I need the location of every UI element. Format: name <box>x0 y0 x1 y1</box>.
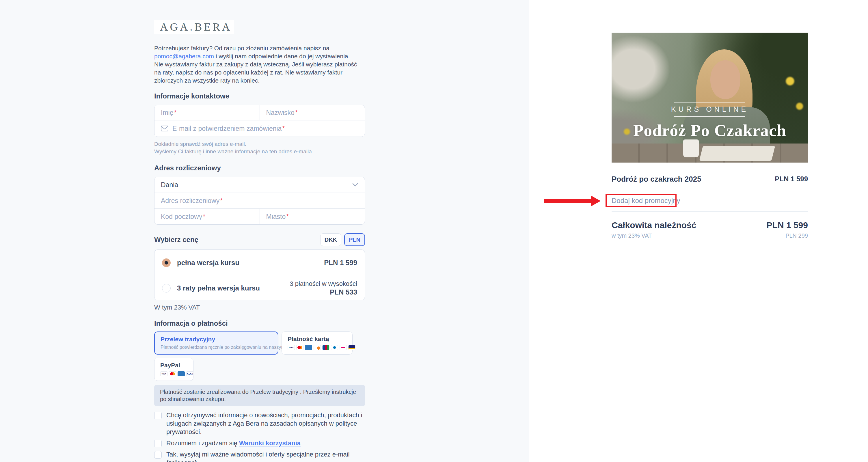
photo-flower <box>785 76 795 86</box>
terms-link[interactable]: Warunki korzystania <box>239 439 301 447</box>
currency-toggle: DKK PLN <box>320 233 365 246</box>
dankort-icon <box>340 345 347 350</box>
card-brand-icons: VISAPayPal <box>160 371 187 376</box>
consent-row-terms: Rozumiem i zgadzam się Warunki korzystan… <box>154 439 365 447</box>
last-name-placeholder: Nazwisko <box>266 109 294 117</box>
envelope-icon <box>161 126 168 131</box>
payment-method-card[interactable]: Płatność kartą VISA <box>282 332 352 355</box>
currency-pln-button[interactable]: PLN <box>344 233 365 246</box>
brand-logo: AGA.BERA <box>154 20 234 34</box>
product-price: PLN 1 599 <box>775 175 808 183</box>
chevron-down-icon <box>352 183 358 187</box>
consent-recommended: (zalecane) <box>166 459 197 462</box>
country-select-value: Dania <box>161 181 178 189</box>
payment-methods: Przelew tradycyjny Płatność potwierdzana… <box>154 332 368 381</box>
visa-icon: VISA <box>288 345 295 350</box>
email-hint-2: Wyślemy Ci fakturę i inne ważne informac… <box>154 148 313 154</box>
total-row: Całkowita należność PLN 1 599 <box>612 220 808 230</box>
payment-method-paypal[interactable]: PayPal VISAPayPal <box>154 358 193 381</box>
contact-field-group: Imię* Nazwisko* E-mail z potwierdzeniem … <box>154 105 365 137</box>
product-image-overlay: KURS ONLINE Podróż Po Czakrach <box>612 102 808 140</box>
payment-method-title: Przelew tradycyjny <box>160 336 272 343</box>
overlay-course-title: Podróż Po Czakrach <box>612 121 808 140</box>
payment-method-description: Płatność potwierdzana ręcznie po zaksięg… <box>160 345 272 350</box>
country-select[interactable]: Dania <box>154 177 365 193</box>
vat-value: PLN 299 <box>785 233 808 239</box>
consent-label: Rozumiem i zgadzam się <box>166 439 239 447</box>
price-option-price: PLN 533 <box>290 288 357 296</box>
terms-checkbox[interactable] <box>154 440 162 447</box>
annotation-highlight-box <box>606 194 677 207</box>
diners-club-icon <box>331 345 338 350</box>
required-asterisk: * <box>220 197 223 205</box>
photo-woman-face <box>710 60 740 99</box>
price-option-full[interactable]: pełna wersja kursu PLN 1 599 <box>154 250 365 276</box>
checkout-form-panel: AGA.BERA Potrzebujesz faktury? Od razu p… <box>0 0 529 462</box>
vat-note: W tym 23% VAT <box>154 304 365 311</box>
overlay-eyebrow: KURS ONLINE <box>612 105 808 114</box>
invoice-note-text-3: Nie wystawiamy faktur za zakupy z datą w… <box>154 61 357 84</box>
price-options: pełna wersja kursu PLN 1 599 3 raty pełn… <box>154 249 365 300</box>
support-email-link[interactable]: pomoc@agabera.com <box>154 53 214 60</box>
checkout-form: AGA.BERA Potrzebujesz faktury? Od razu p… <box>154 20 365 462</box>
email-hint-1: Dokładnie sprawdź swój adres e-mail. <box>154 141 246 147</box>
price-option-price: PLN 1 599 <box>324 259 357 267</box>
overlay-divider-top <box>674 102 745 102</box>
card-brand-icons: VISA <box>288 345 346 350</box>
email-input[interactable]: E-mail z potwierdzeniem zamówienia* <box>154 120 365 136</box>
consent-row-marketing: Chcę otrzymywać informacje o nowościach,… <box>154 411 365 436</box>
radio-selected-icon[interactable] <box>162 258 170 267</box>
installments-note: 3 płatności w wysokości <box>290 280 357 287</box>
vat-row: w tym 23% VAT PLN 299 <box>612 233 808 239</box>
invoice-note-text-1: Potrzebujesz faktury? Od razu po złożeni… <box>154 45 330 52</box>
total-value: PLN 1 599 <box>767 220 808 230</box>
contact-section-heading: Informacje kontaktowe <box>154 92 365 100</box>
currency-dkk-button[interactable]: DKK <box>320 233 341 246</box>
billing-field-group: Dania Adres rozliczeniowy* Kod pocztowy*… <box>154 177 365 225</box>
overlay-divider-bottom <box>674 116 745 117</box>
product-name: Podróż po czakrach 2025 <box>612 175 702 184</box>
total-label: Całkowita należność <box>612 220 696 230</box>
payment-method-bank-transfer[interactable]: Przelew tradycyjny Płatność potwierdzana… <box>154 332 278 355</box>
required-asterisk: * <box>282 125 285 132</box>
price-option-installments[interactable]: 3 raty pełna wersja kursu 3 płatności w … <box>154 276 365 300</box>
required-asterisk: * <box>295 109 298 117</box>
postal-code-input[interactable]: Kod pocztowy* <box>154 209 259 224</box>
last-name-input[interactable]: Nazwisko* <box>259 105 365 120</box>
photo-mug <box>683 140 699 157</box>
required-asterisk: * <box>203 213 205 221</box>
marketing-checkbox[interactable] <box>154 412 162 419</box>
order-summary-panel: KURS ONLINE Podróż Po Czakrach Podróż po… <box>529 0 868 462</box>
billing-address-input[interactable]: Adres rozliczeniowy* <box>154 193 365 209</box>
required-asterisk: * <box>174 109 177 117</box>
city-input[interactable]: Miasto* <box>259 209 365 224</box>
consent-row-email: Tak, wysyłaj mi ważne wiadomości i ofert… <box>154 450 365 462</box>
american-express-icon <box>305 345 312 350</box>
email-offers-checkbox[interactable] <box>154 451 162 459</box>
payment-method-title: PayPal <box>160 362 187 369</box>
product-image: KURS ONLINE Podróż Po Czakrach <box>612 33 808 162</box>
photo-book <box>700 146 775 161</box>
email-hints: Dokładnie sprawdź swój adres e-mail. Wyś… <box>154 140 365 155</box>
order-summary: KURS ONLINE Podróż Po Czakrach Podróż po… <box>612 33 808 239</box>
first-name-input[interactable]: Imię* <box>154 105 259 120</box>
paypal-icon: PayPal <box>186 371 193 376</box>
radio-unselected-icon[interactable] <box>162 284 170 292</box>
discover-icon <box>314 345 321 350</box>
price-option-label: 3 raty pełna wersja kursu <box>177 284 260 292</box>
brand-logo-text: AGA.BERA <box>160 21 232 33</box>
price-option-label: pełna wersja kursu <box>177 259 239 267</box>
payment-info-banner: Płatność zostanie zrealizowana do Przele… <box>154 385 365 406</box>
mastercard-icon <box>169 371 176 376</box>
required-asterisk: * <box>286 213 289 221</box>
payment-method-title: Płatność kartą <box>288 336 346 342</box>
jcb-icon <box>322 345 330 350</box>
visa-electron-icon <box>348 345 355 350</box>
consent-label: Tak, wysyłaj mi ważne wiadomości i ofert… <box>166 451 350 458</box>
visa-icon: VISA <box>160 371 167 376</box>
billing-section-heading: Adres rozliczeniowy <box>154 164 365 172</box>
payment-section-heading: Informacja o płatności <box>154 319 365 328</box>
annotation-arrow-icon <box>591 195 600 207</box>
email-placeholder: E-mail z potwierdzeniem zamówienia <box>173 125 282 132</box>
price-section-heading: Wybierz cenę <box>154 236 198 244</box>
